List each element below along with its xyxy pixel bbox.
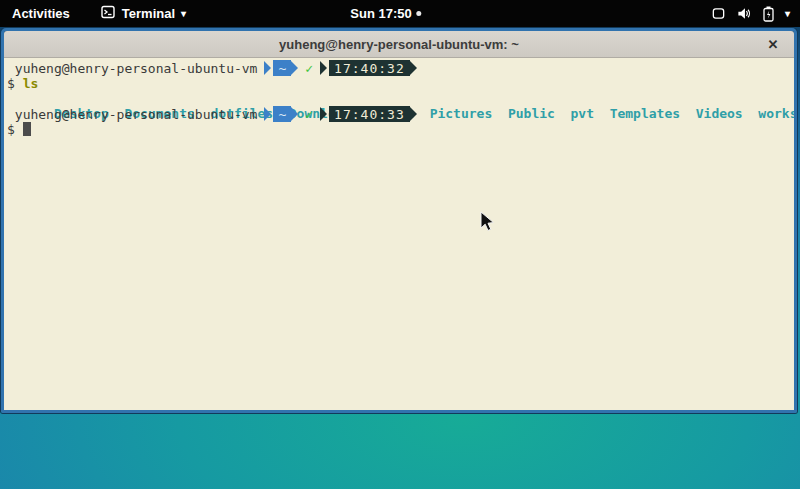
directory-name: pvt (571, 106, 594, 121)
terminal-icon (100, 4, 116, 23)
powerline-arrow-icon (320, 61, 327, 75)
terminal-window: yuheng@henry-personal-ubuntu-vm: ~ ✕ yuh… (1, 28, 797, 413)
prompt-cwd-segment: ~ (273, 106, 291, 122)
system-status-menu[interactable]: ▾ (711, 0, 790, 27)
activities-button[interactable]: Activities (0, 0, 82, 27)
command-line: $ls (7, 76, 794, 91)
clock-label: Sun 17:50 (350, 6, 411, 21)
prompt-user-host: yuheng@henry-personal-ubuntu-vm (15, 107, 258, 122)
terminal-content[interactable]: yuheng@henry-personal-ubuntu-vm ~ ✓ 17:4… (4, 58, 794, 410)
ls-output-line: DesktopDocumentsdotfilesDownloadsMusicPi… (7, 91, 794, 106)
powerline-arrow-icon (320, 107, 327, 121)
input-line[interactable]: $ (7, 122, 794, 137)
prompt-symbol: $ (7, 122, 15, 137)
clock-button[interactable]: Sun 17:50 (350, 6, 421, 21)
chevron-down-icon: ▾ (785, 9, 790, 19)
prompt-time-segment: 17:40:33 (329, 106, 410, 122)
directory-name: Videos (696, 106, 743, 121)
prompt-time-segment: 17:40:32 (329, 60, 410, 76)
top-bar: Activities Terminal ▾ Sun 17:50 (0, 0, 800, 27)
powerline-arrow-icon (410, 61, 417, 75)
status-check-icon: ✓ (305, 107, 313, 122)
chevron-down-icon: ▾ (181, 9, 186, 19)
typed-command: ls (23, 76, 39, 91)
powerline-arrow-icon (410, 107, 417, 121)
app-menu-terminal[interactable]: Terminal ▾ (92, 0, 194, 27)
close-button[interactable]: ✕ (764, 35, 782, 53)
notification-dot-icon (417, 11, 422, 16)
prompt-symbol: $ (7, 76, 15, 91)
app-menu-label: Terminal (122, 6, 175, 21)
titlebar[interactable]: yuheng@henry-personal-ubuntu-vm: ~ ✕ (4, 31, 794, 58)
volume-icon (736, 6, 752, 21)
powerline-arrow-icon (291, 107, 298, 121)
window-title: yuheng@henry-personal-ubuntu-vm: ~ (279, 37, 519, 52)
powerline-arrow-icon (264, 107, 271, 121)
directory-name: workspace (758, 106, 794, 121)
prompt-user-host: yuheng@henry-personal-ubuntu-vm (15, 61, 258, 76)
powerline-arrow-icon (291, 61, 298, 75)
text-cursor (23, 122, 31, 136)
prompt-cwd-segment: ~ (273, 60, 291, 76)
status-check-icon: ✓ (305, 61, 313, 76)
prompt-line: yuheng@henry-personal-ubuntu-vm ~ ✓ 17:4… (7, 60, 794, 76)
directory-name: Pictures (430, 106, 493, 121)
battery-charging-icon (762, 6, 775, 22)
directory-name: Public (508, 106, 555, 121)
display-icon (711, 6, 726, 21)
powerline-arrow-icon (264, 61, 271, 75)
directory-name: Templates (610, 106, 680, 121)
